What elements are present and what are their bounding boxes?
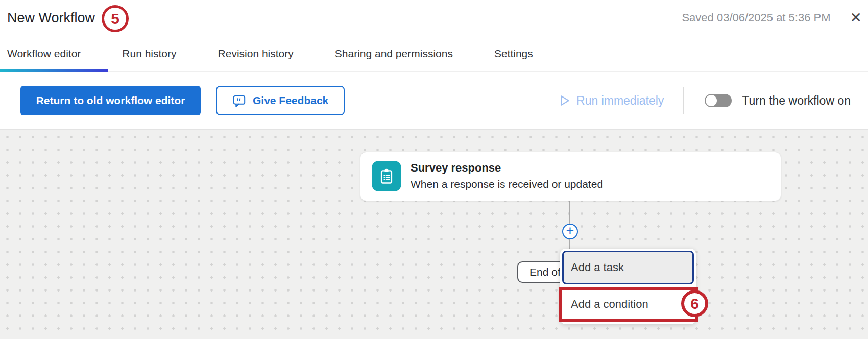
workflow-on-toggle[interactable] xyxy=(705,94,732,107)
trigger-card-survey-response[interactable]: Survey response When a response is recei… xyxy=(360,152,781,201)
annotation-step-5: 5 xyxy=(102,5,129,32)
toggle-knob xyxy=(706,95,717,106)
page-title: New Workflow xyxy=(7,10,95,26)
survey-response-icon xyxy=(372,161,401,191)
toolbar-divider xyxy=(683,87,684,114)
active-tab-underline xyxy=(0,69,108,72)
run-immediately-button[interactable]: Run immediately xyxy=(558,93,664,108)
close-icon[interactable]: ✕ xyxy=(850,11,862,25)
trigger-card-text: Survey response When a response is recei… xyxy=(411,160,603,192)
run-immediately-label: Run immediately xyxy=(576,94,664,108)
add-node-button[interactable]: + xyxy=(562,224,578,239)
toggle-label: Turn the workflow on xyxy=(742,94,851,108)
save-status: Saved 03/06/2025 at 5:36 PM xyxy=(682,11,830,25)
give-feedback-label: Give Feedback xyxy=(253,94,328,107)
give-feedback-button[interactable]: Give Feedback xyxy=(216,86,345,115)
header-right: Saved 03/06/2025 at 5:36 PM ✕ xyxy=(682,0,862,36)
trigger-card-subtitle: When a response is received or updated xyxy=(411,176,603,192)
workflow-canvas[interactable]: Survey response When a response is recei… xyxy=(0,129,868,339)
tab-run-history[interactable]: Run history xyxy=(122,47,176,60)
play-icon xyxy=(558,93,571,108)
tab-bar: Workflow editor Run history Revision his… xyxy=(0,36,868,72)
toolbar: Return to old workflow editor Give Feedb… xyxy=(0,72,868,129)
connector-line-top xyxy=(569,201,570,224)
menu-item-add-condition[interactable]: Add a condition xyxy=(562,286,694,322)
annotation-step-6: 6 xyxy=(681,290,708,317)
menu-item-add-task[interactable]: Add a task xyxy=(562,251,694,284)
tab-revision-history[interactable]: Revision history xyxy=(218,47,294,60)
workflow-editor-window: New Workflow 5 Saved 03/06/2025 at 5:36 … xyxy=(0,0,868,339)
add-menu: Add a task Add a condition xyxy=(560,249,696,324)
tab-settings[interactable]: Settings xyxy=(494,47,533,60)
tab-workflow-editor[interactable]: Workflow editor xyxy=(7,47,81,60)
toolbar-right: Run immediately Turn the workflow on xyxy=(558,87,851,114)
tab-sharing-and-permissions[interactable]: Sharing and permissions xyxy=(335,47,453,60)
trigger-card-title: Survey response xyxy=(411,160,603,176)
feedback-bubble-icon xyxy=(232,94,246,108)
end-of-workflow-label: End of xyxy=(529,266,561,278)
return-to-old-editor-button[interactable]: Return to old workflow editor xyxy=(20,86,201,115)
header: New Workflow 5 Saved 03/06/2025 at 5:36 … xyxy=(0,0,868,36)
